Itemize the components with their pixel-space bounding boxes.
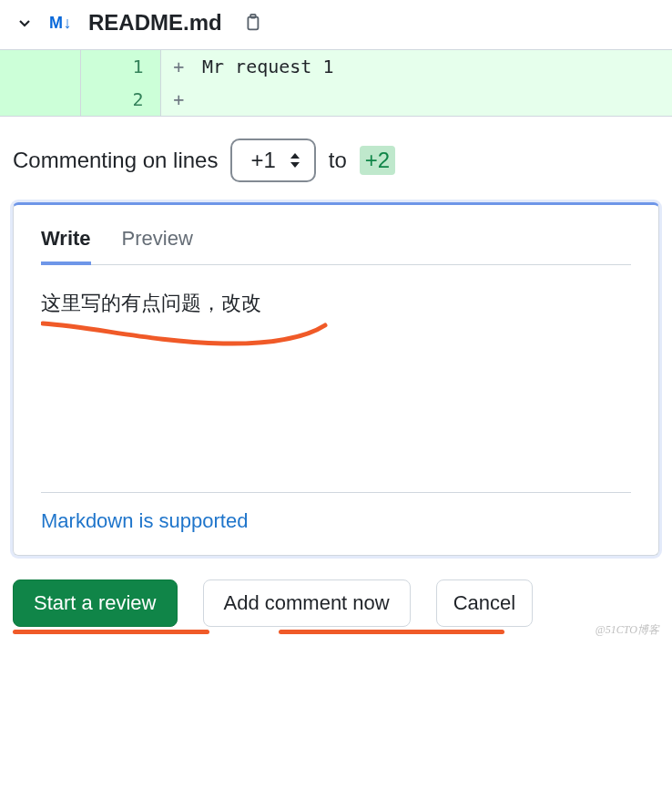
old-line-number: [0, 83, 80, 117]
comment-tabs: Write Preview: [41, 220, 631, 265]
diff-row[interactable]: 2 +: [0, 83, 672, 117]
tab-preview[interactable]: Preview: [122, 220, 193, 265]
to-label: to: [329, 148, 347, 173]
diff-marker: +: [160, 83, 197, 117]
annotation-underline-icon: [41, 320, 332, 356]
add-comment-now-button[interactable]: Add comment now: [203, 579, 411, 627]
comment-editor[interactable]: 这里写的有点问题，改改: [41, 265, 631, 493]
markdown-file-icon: M↓: [49, 14, 72, 33]
svg-rect-1: [250, 15, 256, 18]
watermark: @51CTO博客: [596, 622, 659, 638]
comment-actions: Start a review Add comment now Cancel @5…: [0, 556, 672, 640]
comment-box: Write Preview 这里写的有点问题，改改 Markdown is su…: [13, 202, 659, 556]
clipboard-icon: [242, 13, 262, 33]
new-line-number: 2: [80, 83, 160, 117]
start-review-button[interactable]: Start a review: [13, 579, 178, 627]
diff-marker: +: [160, 50, 197, 84]
tab-write[interactable]: Write: [41, 220, 91, 265]
from-line-select[interactable]: +1: [230, 138, 315, 182]
commenting-label: Commenting on lines: [13, 148, 218, 173]
old-line-number: [0, 50, 80, 84]
diff-content: Mr request 1: [197, 50, 672, 84]
commenting-on-lines: Commenting on lines +1 to +2: [0, 117, 672, 202]
diff-table: 1 + Mr request 1 2 +: [0, 49, 672, 117]
markdown-supported-link[interactable]: Markdown is supported: [41, 509, 631, 533]
new-line-number: 1: [80, 50, 160, 84]
svg-rect-0: [248, 17, 258, 30]
comment-text: 这里写的有点问题，改改: [41, 287, 631, 319]
copy-path-button[interactable]: [239, 9, 266, 36]
file-name[interactable]: README.md: [88, 10, 222, 36]
to-line-badge: +2: [360, 146, 395, 175]
annotation-bar-icon: [13, 630, 209, 634]
diff-row[interactable]: 1 + Mr request 1: [0, 50, 672, 84]
file-header: M↓ README.md: [0, 0, 672, 49]
sort-icon: [289, 151, 301, 169]
diff-content: [197, 83, 672, 117]
from-line-value: +1: [250, 148, 275, 173]
cancel-button[interactable]: Cancel: [436, 579, 533, 627]
annotation-bar-icon: [279, 630, 504, 634]
collapse-caret-icon[interactable]: [16, 15, 33, 31]
